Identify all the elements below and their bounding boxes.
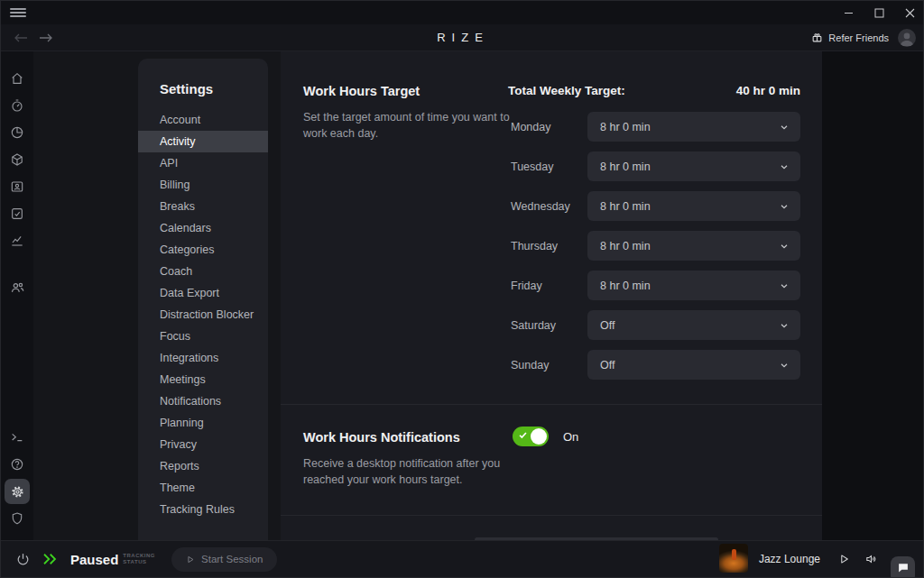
- minimize-button[interactable]: [833, 1, 864, 24]
- saturday-target-select[interactable]: Off: [587, 310, 800, 340]
- day-row-wednesday: Wednesday 8 hr 0 min: [506, 191, 800, 221]
- speaker-icon: [864, 553, 878, 565]
- day-row-thursday: Thursday 8 hr 0 min: [506, 231, 800, 261]
- settings-item-notifications[interactable]: Notifications: [138, 390, 268, 412]
- settings-item-categories[interactable]: Categories: [138, 239, 268, 261]
- chevron-down-icon: [779, 241, 790, 252]
- chat-bubble-icon: [897, 562, 910, 573]
- settings-item-integrations[interactable]: Integrations: [138, 347, 268, 369]
- settings-item-breaks[interactable]: Breaks: [138, 196, 268, 217]
- select-value: 8 hr 0 min: [600, 200, 651, 213]
- home-icon: [10, 71, 24, 86]
- sidebar-item-team[interactable]: [5, 274, 30, 299]
- check-icon: [518, 430, 528, 440]
- settings-item-coach[interactable]: Coach: [138, 261, 268, 282]
- sidebar-item-settings[interactable]: [5, 479, 30, 504]
- chat-button[interactable]: [891, 556, 915, 578]
- select-value: 8 hr 0 min: [600, 280, 651, 292]
- contact-card-icon: [10, 179, 24, 194]
- settings-item-api[interactable]: API: [138, 152, 268, 174]
- notifications-toggle[interactable]: [513, 427, 549, 446]
- settings-item-focus[interactable]: Focus: [138, 326, 268, 347]
- start-session-label: Start Session: [201, 554, 263, 564]
- settings-item-distraction-blocker[interactable]: Distraction Blocker: [138, 304, 268, 326]
- maximize-icon: [874, 8, 884, 18]
- sidebar-item-reports[interactable]: [5, 120, 30, 145]
- timer-icon: [10, 98, 24, 113]
- cube-icon: [10, 152, 24, 167]
- day-label: Tuesday: [511, 151, 553, 181]
- refer-friends-button[interactable]: Refer Friends: [811, 32, 889, 43]
- sidebar-item-analytics[interactable]: [5, 228, 30, 253]
- forward-button[interactable]: [39, 32, 53, 43]
- wednesday-target-select[interactable]: 8 hr 0 min: [587, 191, 800, 221]
- double-chevron-icon: [42, 553, 58, 565]
- volume-button[interactable]: [864, 553, 878, 565]
- settings-item-meetings[interactable]: Meetings: [138, 369, 268, 390]
- titlebar: [1, 1, 924, 24]
- avatar[interactable]: [898, 29, 916, 47]
- sidebar-item-projects[interactable]: [5, 147, 30, 172]
- work-hours-notifications-title: Work Hours Notifications: [303, 430, 460, 445]
- tuesday-target-select[interactable]: 8 hr 0 min: [587, 151, 800, 181]
- sunday-target-select[interactable]: Off: [587, 350, 800, 380]
- settings-item-reports[interactable]: Reports: [138, 455, 268, 477]
- settings-menu: Account Activity API Billing Breaks Cale…: [138, 109, 268, 520]
- user-icon: [898, 29, 916, 47]
- maximize-button[interactable]: [864, 1, 894, 24]
- shield-icon: [10, 511, 24, 526]
- power-button[interactable]: [15, 552, 31, 567]
- total-weekly-target-label: Total Weekly Target:: [508, 84, 625, 97]
- settings-item-privacy[interactable]: Privacy: [138, 434, 268, 455]
- terminal-icon: [10, 430, 24, 445]
- day-target-list: Monday 8 hr 0 min Tuesday 8 hr 0 min Wed…: [506, 112, 800, 390]
- content-right-gutter: [822, 51, 923, 540]
- chevron-down-icon: [779, 201, 790, 212]
- day-row-tuesday: Tuesday 8 hr 0 min: [506, 151, 800, 181]
- settings-item-tracking-rules[interactable]: Tracking Rules: [138, 499, 268, 520]
- settings-title: Settings: [138, 59, 268, 96]
- chevron-down-icon: [779, 161, 790, 172]
- settings-item-data-export[interactable]: Data Export: [138, 282, 268, 304]
- bottom-bar: Paused TRACKING STATUS Start Session Jaz…: [1, 540, 924, 577]
- monday-target-select[interactable]: 8 hr 0 min: [587, 112, 800, 142]
- day-label: Wednesday: [511, 191, 570, 221]
- settings-item-account[interactable]: Account: [138, 109, 268, 131]
- friday-target-select[interactable]: 8 hr 0 min: [587, 271, 800, 300]
- sidebar-item-home[interactable]: [5, 66, 30, 91]
- navbar: RIZE Refer Friends: [1, 24, 924, 51]
- album-art[interactable]: [719, 544, 748, 573]
- close-button[interactable]: [894, 1, 924, 24]
- settings-item-activity[interactable]: Activity: [138, 131, 268, 152]
- settings-item-billing[interactable]: Billing: [138, 174, 268, 196]
- fast-forward-button[interactable]: [42, 553, 58, 565]
- day-row-monday: Monday 8 hr 0 min: [506, 112, 800, 142]
- day-label: Friday: [511, 271, 542, 300]
- pie-chart-icon: [10, 125, 24, 140]
- forward-arrow-icon: [39, 32, 53, 43]
- back-button[interactable]: [14, 32, 28, 43]
- sidebar-item-privacy[interactable]: [5, 506, 30, 531]
- sidebar-item-timer[interactable]: [5, 93, 30, 118]
- sidebar-item-clients[interactable]: [5, 174, 30, 199]
- back-arrow-icon: [14, 32, 28, 43]
- start-session-button[interactable]: Start Session: [171, 547, 277, 572]
- settings-item-planning[interactable]: Planning: [138, 412, 268, 434]
- sidebar-item-tasks[interactable]: [5, 201, 30, 226]
- sidebar-item-help[interactable]: [5, 452, 30, 477]
- toggle-knob: [531, 428, 547, 445]
- hamburger-menu-icon[interactable]: [10, 6, 26, 19]
- thursday-target-select[interactable]: 8 hr 0 min: [587, 231, 800, 261]
- power-icon: [15, 552, 31, 567]
- day-label: Saturday: [511, 310, 556, 340]
- settings-item-calendars[interactable]: Calendars: [138, 217, 268, 239]
- section-divider: [281, 515, 822, 516]
- sidebar-item-terminal[interactable]: [5, 425, 30, 450]
- settings-item-theme[interactable]: Theme: [138, 477, 268, 499]
- work-hours-target-title: Work Hours Target: [303, 84, 420, 98]
- section-divider: [281, 404, 822, 405]
- notifications-toggle-row: On: [513, 427, 578, 446]
- day-row-saturday: Saturday Off: [506, 310, 800, 340]
- player-play-button[interactable]: [838, 553, 850, 565]
- close-icon: [905, 8, 915, 18]
